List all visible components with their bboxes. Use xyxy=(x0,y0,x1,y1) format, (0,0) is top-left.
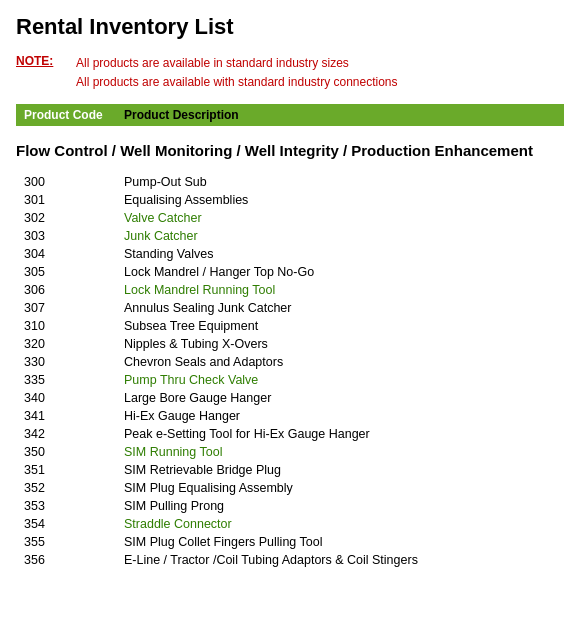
table-row: 302Valve Catcher xyxy=(16,209,564,227)
row-description: Hi-Ex Gauge Hanger xyxy=(124,409,556,423)
note-line-2: All products are available with standard… xyxy=(76,73,398,92)
table-row: 352SIM Plug Equalising Assembly xyxy=(16,479,564,497)
row-description: Junk Catcher xyxy=(124,229,556,243)
row-code: 352 xyxy=(24,481,124,495)
row-code: 320 xyxy=(24,337,124,351)
row-code: 301 xyxy=(24,193,124,207)
row-code: 356 xyxy=(24,553,124,567)
row-description: SIM Plug Collet Fingers Pulling Tool xyxy=(124,535,556,549)
table-header: Product Code Product Description xyxy=(16,104,564,126)
inventory-list: 300Pump-Out Sub301Equalising Assemblies3… xyxy=(16,173,564,569)
row-description: Annulus Sealing Junk Catcher xyxy=(124,301,556,315)
row-code: 302 xyxy=(24,211,124,225)
row-code: 300 xyxy=(24,175,124,189)
note-line-1: All products are available in standard i… xyxy=(76,54,398,73)
table-row: 307Annulus Sealing Junk Catcher xyxy=(16,299,564,317)
row-code: 354 xyxy=(24,517,124,531)
table-row: 320Nipples & Tubing X-Overs xyxy=(16,335,564,353)
section-heading: Flow Control / Well Monitoring / Well In… xyxy=(16,138,564,163)
row-code: 335 xyxy=(24,373,124,387)
row-code: 330 xyxy=(24,355,124,369)
row-description: E-Line / Tractor /Coil Tubing Adaptors &… xyxy=(124,553,556,567)
row-code: 342 xyxy=(24,427,124,441)
note-text: All products are available in standard i… xyxy=(76,54,398,92)
row-code: 350 xyxy=(24,445,124,459)
note-section: NOTE: All products are available in stan… xyxy=(16,54,564,92)
row-code: 303 xyxy=(24,229,124,243)
row-description: SIM Retrievable Bridge Plug xyxy=(124,463,556,477)
table-row: 340Large Bore Gauge Hanger xyxy=(16,389,564,407)
table-row: 355SIM Plug Collet Fingers Pulling Tool xyxy=(16,533,564,551)
table-row: 341Hi-Ex Gauge Hanger xyxy=(16,407,564,425)
row-description: Nipples & Tubing X-Overs xyxy=(124,337,556,351)
row-code: 306 xyxy=(24,283,124,297)
row-code: 310 xyxy=(24,319,124,333)
row-code: 353 xyxy=(24,499,124,513)
row-description: SIM Pulling Prong xyxy=(124,499,556,513)
row-code: 351 xyxy=(24,463,124,477)
row-code: 304 xyxy=(24,247,124,261)
row-code: 307 xyxy=(24,301,124,315)
table-row: 342Peak e-Setting Tool for Hi-Ex Gauge H… xyxy=(16,425,564,443)
row-description: Valve Catcher xyxy=(124,211,556,225)
table-row: 353SIM Pulling Prong xyxy=(16,497,564,515)
row-description: Large Bore Gauge Hanger xyxy=(124,391,556,405)
table-row: 356E-Line / Tractor /Coil Tubing Adaptor… xyxy=(16,551,564,569)
row-description: Pump Thru Check Valve xyxy=(124,373,556,387)
row-description: Straddle Connector xyxy=(124,517,556,531)
table-row: 354Straddle Connector xyxy=(16,515,564,533)
row-description: SIM Plug Equalising Assembly xyxy=(124,481,556,495)
table-row: 301Equalising Assemblies xyxy=(16,191,564,209)
table-row: 310Subsea Tree Equipment xyxy=(16,317,564,335)
row-description: SIM Running Tool xyxy=(124,445,556,459)
table-row: 350SIM Running Tool xyxy=(16,443,564,461)
row-code: 355 xyxy=(24,535,124,549)
row-code: 305 xyxy=(24,265,124,279)
row-description: Pump-Out Sub xyxy=(124,175,556,189)
table-row: 335Pump Thru Check Valve xyxy=(16,371,564,389)
table-row: 303Junk Catcher xyxy=(16,227,564,245)
table-row: 304Standing Valves xyxy=(16,245,564,263)
row-description: Lock Mandrel Running Tool xyxy=(124,283,556,297)
row-description: Equalising Assemblies xyxy=(124,193,556,207)
row-code: 341 xyxy=(24,409,124,423)
note-label: NOTE: xyxy=(16,54,76,92)
table-row: 330Chevron Seals and Adaptors xyxy=(16,353,564,371)
row-description: Peak e-Setting Tool for Hi-Ex Gauge Hang… xyxy=(124,427,556,441)
row-description: Lock Mandrel / Hanger Top No-Go xyxy=(124,265,556,279)
header-desc-col: Product Description xyxy=(124,108,556,122)
table-row: 305Lock Mandrel / Hanger Top No-Go xyxy=(16,263,564,281)
row-description: Chevron Seals and Adaptors xyxy=(124,355,556,369)
row-description: Subsea Tree Equipment xyxy=(124,319,556,333)
table-row: 306Lock Mandrel Running Tool xyxy=(16,281,564,299)
header-code-col: Product Code xyxy=(24,108,124,122)
table-row: 351SIM Retrievable Bridge Plug xyxy=(16,461,564,479)
row-code: 340 xyxy=(24,391,124,405)
page-title: Rental Inventory List xyxy=(16,14,564,40)
table-row: 300Pump-Out Sub xyxy=(16,173,564,191)
row-description: Standing Valves xyxy=(124,247,556,261)
